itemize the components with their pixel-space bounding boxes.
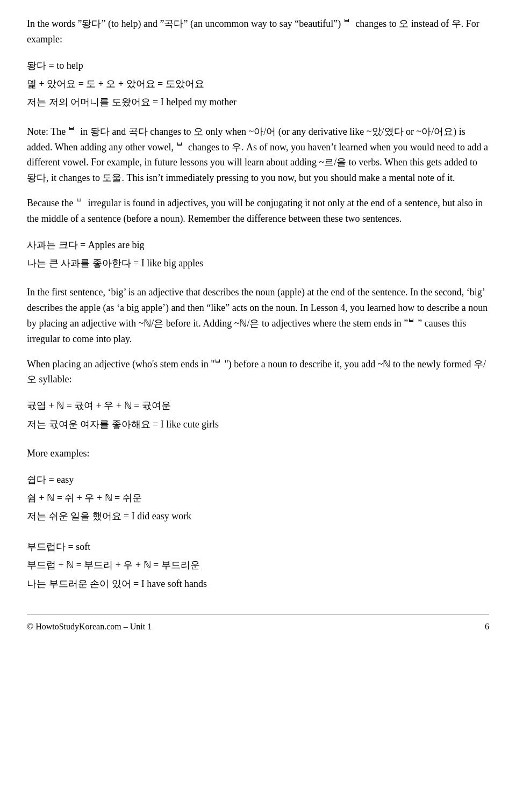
- example-block-2: 사과는 크다 = Apples are big 나는 큰 사과를 좋아한다 = …: [27, 236, 489, 272]
- paragraph-2: Note: The ᄇ in 돵다 and 곡다 changes to 오 on…: [27, 124, 489, 186]
- example3-line2: 저는 귟여운 여자를 좋아해요 = I like cute girls: [27, 416, 489, 433]
- example1-line1: 뎵 + 았어요 = 도 + 오 + 았어요 = 도았어요: [27, 75, 489, 92]
- footer-right: 6: [485, 620, 489, 634]
- example-block-3: 귟엽 + ℕ = 귟여 + 우 + ℕ = 귟여운 저는 귟여운 여자를 좋아해…: [27, 397, 489, 433]
- example5-line2: 나는 부드러운 손이 있어 = I have soft hands: [27, 575, 489, 592]
- more-examples-label: More examples:: [27, 446, 489, 461]
- example2-line2: 나는 큰 사과를 좋아한다 = I like big apples: [27, 255, 489, 272]
- example1-line2: 저는 저의 어머니를 도왔어요 = I helped my mother: [27, 93, 489, 111]
- example2-line1: 사과는 크다 = Apples are big: [27, 236, 489, 253]
- paragraph-4: In the first sentence, ‘big’ is an adjec…: [27, 285, 489, 346]
- example4-title: 쉽다 = easy: [27, 471, 489, 488]
- example3-line1: 귟엽 + ℕ = 귟여 + 우 + ℕ = 귟여운: [27, 397, 489, 414]
- example-block-4: 쉽다 = easy 쉼 + ℕ = 쉬 + 우 + ℕ = 쉬운 저는 쉬운 일…: [27, 471, 489, 525]
- example-block-5: 부드럽다 = soft 부드럽 + ℕ = 부드리 + 우 + ℕ = 부드리운…: [27, 538, 489, 592]
- paragraph-5: When placing an adjective (who's stem en…: [27, 357, 489, 388]
- page-content: In the words ”돵다” (to help) and ”곡다” (an…: [27, 16, 489, 634]
- footer-left: © HowtoStudyKorean.com – Unit 1: [27, 620, 152, 634]
- page-footer: © HowtoStudyKorean.com – Unit 1 6: [27, 614, 489, 634]
- paragraph-1: In the words ”돵다” (to help) and ”곡다” (an…: [27, 16, 489, 47]
- example1-title: 돵다 = to help: [27, 57, 489, 74]
- example4-line2: 저는 쉬운 일을 했어요 = I did easy work: [27, 508, 489, 525]
- example4-line1: 쉼 + ℕ = 쉬 + 우 + ℕ = 쉬운: [27, 489, 489, 506]
- example-block-1: 돵다 = to help 뎵 + 았어요 = 도 + 오 + 았어요 = 도았어…: [27, 57, 489, 111]
- example5-title: 부드럽다 = soft: [27, 538, 489, 555]
- example5-line1: 부드럽 + ℕ = 부드리 + 우 + ℕ = 부드리운: [27, 556, 489, 574]
- paragraph-3: Because the ᄇ irregular is found in adje…: [27, 195, 489, 227]
